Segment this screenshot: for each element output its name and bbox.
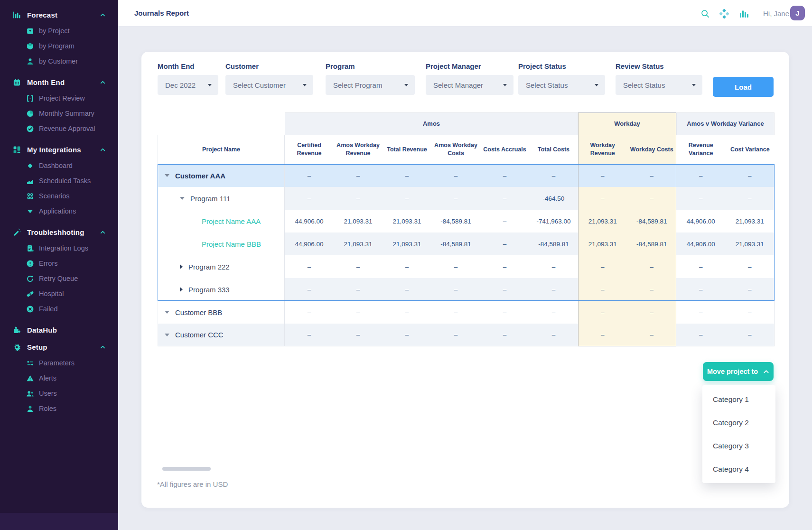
row-name-program-222[interactable]: Program 222 (158, 255, 285, 278)
sidebar-item-scheduled-tasks[interactable]: Scheduled Tasks (0, 173, 118, 188)
expand-caret-icon[interactable] (180, 287, 183, 292)
sidebar-item-retry-queue[interactable]: Retry Queue (0, 271, 118, 286)
apps-diamonds-icon[interactable] (719, 9, 729, 19)
cell-value: – (480, 232, 529, 255)
dots-icon (26, 192, 34, 200)
dropdown-arrow-icon (503, 84, 507, 86)
cell-value: 44,906.00 (676, 232, 726, 255)
filter-label: Review Status (616, 62, 702, 70)
cell-value: -84,589.81 (431, 232, 480, 255)
chevron-up-icon[interactable] (100, 11, 106, 20)
expand-caret-icon[interactable] (180, 264, 183, 269)
cell-value: – (627, 187, 677, 210)
filter-dropdown-project-manager[interactable]: Select Manager (426, 75, 513, 95)
sidebar-item-project-review[interactable]: Project Review (0, 91, 118, 106)
sidebar-item-errors[interactable]: Errors (0, 256, 118, 271)
sidebar-item-month-end[interactable]: Month End (0, 74, 118, 90)
cell-value: – (529, 278, 578, 301)
filter-label: Program (326, 62, 415, 70)
menu-item-category-1[interactable]: Category 1 (702, 388, 775, 411)
load-button[interactable]: Load (713, 77, 774, 97)
search-icon[interactable] (700, 9, 710, 19)
sidebar-item-revenue-approval[interactable]: Revenue Approval (0, 121, 118, 136)
filter-dropdown-month-end[interactable]: Dec 2022 (158, 75, 218, 95)
filter-value: Dec 2022 (165, 81, 196, 89)
sidebar-item-scenarios[interactable]: Scenarios (0, 188, 118, 204)
sidebar-item-label: Forecast (27, 11, 57, 19)
column-group-amos-v-workday-variance: Amos v Workday Variance (676, 112, 775, 135)
bar-chart-header-icon[interactable] (739, 9, 749, 19)
sidebar-item-my-integrations[interactable]: My Integrations (0, 142, 118, 157)
row-name-customer-ccc[interactable]: Customer CCC (158, 324, 285, 346)
sidebar-item-by-program[interactable]: by Program (0, 38, 118, 54)
sidebar-item-failed[interactable]: Failed (0, 301, 118, 316)
sidebar-item-label: Dashboard (39, 162, 73, 169)
filter-dropdown-project-status[interactable]: Select Status (518, 75, 605, 95)
chevron-up-icon[interactable] (100, 344, 106, 352)
sidebar-item-setup[interactable]: Setup (0, 339, 118, 354)
row-name-customer-bbb[interactable]: Customer BBB (158, 301, 285, 324)
cell-value: – (285, 324, 334, 346)
row-name-customer-aaa[interactable]: Customer AAA (158, 164, 285, 187)
sidebar-item-users[interactable]: Users (0, 386, 118, 401)
cell-value: – (676, 278, 726, 301)
sidebar-item-monthly-summary[interactable]: Monthly Summary (0, 106, 118, 121)
cell-value: – (383, 187, 431, 210)
row-name-program-111[interactable]: Program 111 (158, 187, 285, 210)
cell-value: – (285, 278, 334, 301)
collapse-caret-icon[interactable] (165, 334, 169, 336)
cell-value: – (627, 301, 677, 324)
cell-value: -464.50 (529, 187, 578, 210)
sidebar-item-troubleshhoting[interactable]: Troubleshhoting (0, 224, 118, 240)
filter-dropdown-program[interactable]: Select Program (326, 75, 415, 95)
move-project-to-button[interactable]: Move project to (703, 362, 774, 381)
cell-value: 21,093.31 (334, 210, 383, 232)
collapse-caret-icon[interactable] (180, 197, 185, 200)
sidebar-item-dashboard[interactable]: Dashboard (0, 158, 118, 173)
sidebar-item-forecast[interactable]: Forecast (0, 7, 118, 22)
menu-item-category-4[interactable]: Category 4 (702, 457, 775, 481)
sidebar-item-roles[interactable]: Roles (0, 401, 118, 416)
row-name-project-name-aaa[interactable]: Project Name AAA (158, 210, 285, 232)
sidebar-item-hospital[interactable]: Hospital (0, 286, 118, 301)
filter-project-status: Project StatusSelect Status (518, 62, 605, 95)
collapse-caret-icon[interactable] (165, 174, 169, 177)
sidebar-item-label: Failed (39, 305, 58, 313)
cell-value: – (334, 255, 383, 278)
cell-value: – (578, 164, 627, 187)
cell-value: – (627, 255, 677, 278)
sidebar-item-integration-logs[interactable]: Integration Logs (0, 241, 118, 256)
sidebar-item-by-project[interactable]: by Project (0, 23, 118, 38)
chevron-up-icon[interactable] (100, 146, 106, 155)
chevron-up-icon[interactable] (100, 79, 106, 87)
row-label: Program 333 (188, 286, 230, 294)
sidebar-item-alerts[interactable]: Alerts (0, 371, 118, 386)
wand-icon (12, 228, 21, 236)
filter-dropdown-review-status[interactable]: Select Status (616, 75, 702, 95)
gear-icon (12, 343, 21, 351)
sidebar-item-parameters[interactable]: Parameters (0, 355, 118, 371)
cell-value: – (578, 301, 627, 324)
row-name-project-name-bbb[interactable]: Project Name BBB (158, 232, 285, 255)
sidebar-item-applications[interactable]: Applications (0, 204, 118, 219)
sidebar-item-label: Scheduled Tasks (39, 177, 91, 185)
filter-value: Select Manager (433, 81, 483, 89)
sidebar-item-by-customer[interactable]: by Customer (0, 54, 118, 69)
cell-value: – (676, 324, 726, 346)
cell-value: – (676, 301, 726, 324)
row-name-program-333[interactable]: Program 333 (158, 278, 285, 301)
sidebar-item-datahub[interactable]: DataHub (0, 322, 118, 337)
cell-value: -84,589.81 (431, 210, 480, 232)
horizontal-scrollbar-thumb[interactable] (162, 467, 211, 471)
cell-value: – (627, 278, 677, 301)
menu-item-category-2[interactable]: Category 2 (702, 411, 775, 434)
box-icon (26, 27, 34, 35)
avatar[interactable]: J (790, 6, 805, 20)
filter-dropdown-customer[interactable]: Select Customer (225, 75, 313, 95)
cell-value: – (383, 255, 431, 278)
app-canvas: Forecastby Projectby Programby CustomerM… (0, 0, 812, 530)
collapse-caret-icon[interactable] (165, 311, 169, 314)
chevron-up-icon[interactable] (100, 229, 106, 237)
menu-item-category-3[interactable]: Category 3 (702, 434, 775, 457)
filter-label: Project Manager (426, 62, 513, 70)
